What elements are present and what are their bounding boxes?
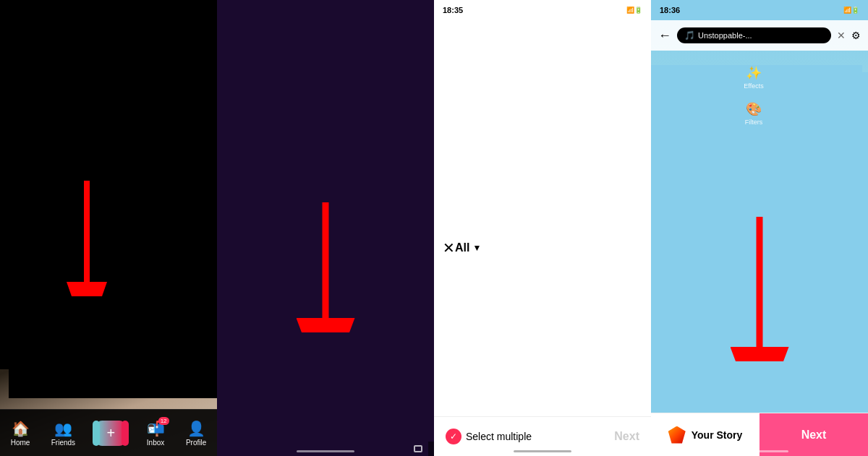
settings-icon[interactable]: ⚙ xyxy=(851,30,861,41)
all-label: All xyxy=(455,241,469,254)
effects-icon-4: ✨ xyxy=(746,65,762,81)
malavida-top-nav: ← 🎵 Unstoppable-... ✕ ⚙ xyxy=(651,20,868,51)
tab-templates[interactable]: Templates xyxy=(347,0,393,442)
music-pill[interactable]: 🎵 Unstoppable-... xyxy=(677,27,831,43)
malavida-bottom-bar: Your Story Next xyxy=(651,413,868,456)
screen-feed: 18:34 📶 🔋 LIVE Following For You 🔍 + ❤️ … xyxy=(0,0,217,456)
add-button[interactable]: + xyxy=(96,421,125,446)
filters-control-4[interactable]: 🎨 Filters xyxy=(651,101,862,126)
home-indicator-2 xyxy=(297,450,354,452)
music-note-icon: 🎵 xyxy=(684,30,695,40)
tab-post[interactable]: Post xyxy=(258,0,278,442)
chevron-down-icon: ▼ xyxy=(472,243,481,253)
screen-gallery: 18:35 📶🔋 ✕ All ▼ All Videos Photos 00:10… xyxy=(434,0,651,456)
nav-inbox[interactable]: 📬 12 Inbox xyxy=(147,420,165,447)
bottom-nav-1: 🏠 Home 👥 Friends + 📬 12 Inbox 👤 Profile xyxy=(0,409,217,456)
time-3: 18:35 xyxy=(443,6,463,14)
tab-story[interactable]: Story xyxy=(299,0,326,442)
select-check-icon: ✓ xyxy=(446,429,461,444)
next-button-gray[interactable]: Next xyxy=(614,430,639,443)
screen-malavida: 18:36 📶🔋 ← 🎵 Unstoppable-... ✕ ⚙ ✨ Effec… xyxy=(651,0,868,456)
nav-profile-label: Profile xyxy=(186,439,206,447)
nav-add[interactable]: + xyxy=(96,421,125,446)
camera-bottom-tabs: Post Story Templates xyxy=(217,0,434,442)
effects-control-4[interactable]: ✨ Effects xyxy=(651,65,862,90)
home-indicator-3 xyxy=(514,450,571,452)
all-dropdown[interactable]: All ▼ xyxy=(455,20,629,457)
select-multiple-button[interactable]: ✓ Select multiple xyxy=(446,429,532,444)
malavida-small-icon xyxy=(668,426,686,444)
status-bar-4: 18:36 📶🔋 xyxy=(651,0,868,20)
time-4: 18:36 xyxy=(660,6,680,14)
effects-label-4: Effects xyxy=(744,82,763,90)
close-gallery-icon[interactable]: ✕ xyxy=(443,239,455,257)
nav-inbox-label: Inbox xyxy=(147,439,164,447)
your-story-label: Your Story xyxy=(692,429,743,441)
profile-icon: 👤 xyxy=(187,420,205,437)
sq-indicator-2 xyxy=(414,445,422,452)
nav-home[interactable]: 🏠 Home xyxy=(11,420,30,447)
nav-profile[interactable]: 👤 Profile xyxy=(186,420,206,447)
malavida-right-controls: ✨ Effects 🎨 Filters xyxy=(651,65,862,456)
select-multiple-label: Select multiple xyxy=(466,431,532,442)
friends-icon: 👥 xyxy=(54,420,72,437)
next-label: Next xyxy=(801,429,827,442)
home-icon: 🏠 xyxy=(12,420,30,437)
nav-home-label: Home xyxy=(11,439,30,447)
filters-label-4: Filters xyxy=(745,119,763,126)
screen-camera: 18:35 📶🔋 ✕ 🎵 Add sound 🔄 Flip 1× Speed 🎨… xyxy=(217,0,434,456)
video-info: Comedy Michi michi.amoroso See translati… xyxy=(9,0,217,398)
status-icons-4: 📶🔋 xyxy=(843,7,859,14)
home-indicator-4 xyxy=(731,450,788,452)
music-title: Unstoppable-... xyxy=(698,31,752,40)
status-icons-3: 📶🔋 xyxy=(626,7,642,14)
nav-friends-label: Friends xyxy=(51,439,75,447)
status-bar-3: 18:35 📶🔋 xyxy=(434,0,651,20)
inbox-badge-count: 12 xyxy=(158,417,169,425)
gallery-header: ✕ All ▼ xyxy=(434,20,651,456)
close-music-icon[interactable]: ✕ xyxy=(837,30,846,41)
filters-icon-4: 🎨 xyxy=(746,101,762,117)
nav-friends[interactable]: 👥 Friends xyxy=(51,420,75,447)
back-icon[interactable]: ← xyxy=(658,28,671,43)
